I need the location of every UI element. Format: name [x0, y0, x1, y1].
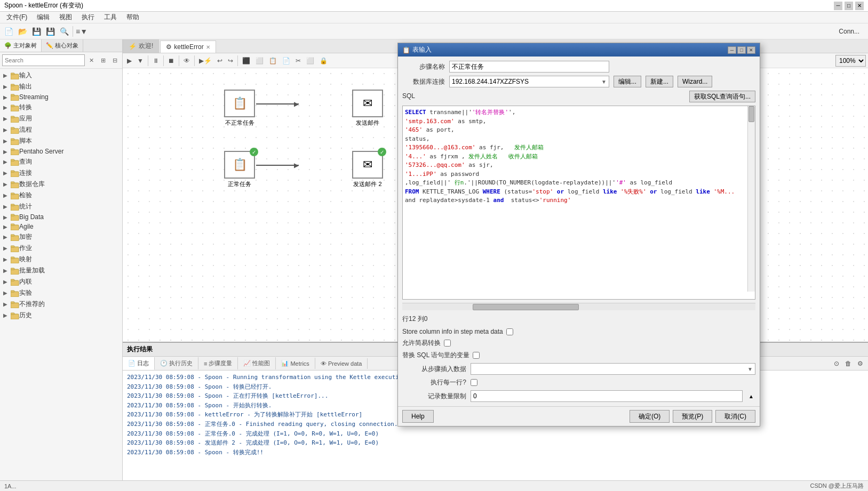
- tree-item-encrypt[interactable]: ▶ 加密: [1, 231, 121, 243]
- search-input[interactable]: [2, 54, 85, 66]
- help-btn[interactable]: Help: [402, 410, 434, 423]
- run-btn[interactable]: ▶: [125, 55, 134, 67]
- allow-simplify-checkbox[interactable]: [444, 340, 451, 347]
- explore-btn[interactable]: 🔍: [58, 25, 70, 38]
- save-all-btn[interactable]: 💾: [44, 25, 57, 38]
- dialog-minimize-btn[interactable]: ─: [728, 46, 736, 54]
- menu-file[interactable]: 文件(F): [2, 12, 31, 23]
- record-limit-input[interactable]: [471, 390, 743, 402]
- maximize-btn[interactable]: □: [845, 2, 853, 10]
- preview-footer-btn[interactable]: 预览(P): [673, 410, 712, 423]
- zoom-select[interactable]: 100%: [835, 55, 866, 67]
- table-input-dialog[interactable]: 📋 表输入 ─ □ ✕ 步骤名称 数据库连接 192.168.244.147XZ…: [397, 43, 760, 426]
- tree-item-script[interactable]: ▶ 脚本: [1, 135, 121, 147]
- copy-btn[interactable]: 📋: [267, 55, 279, 67]
- search-collapse-btn[interactable]: ⊟: [109, 55, 120, 66]
- tree-item-innerlink[interactable]: ▶ 内联: [1, 276, 121, 287]
- replace-sql-checkbox[interactable]: [473, 352, 480, 359]
- search-expand-btn[interactable]: ⊞: [98, 55, 108, 66]
- sql-vscroll[interactable]: [747, 106, 755, 292]
- tab-welcome[interactable]: ⚡ 欢迎!: [123, 39, 159, 53]
- sql-hscroll[interactable]: [402, 303, 755, 310]
- get-sql-btn[interactable]: 获取SQL查询语句...: [689, 91, 755, 102]
- dialog-close-btn[interactable]: ✕: [747, 46, 755, 54]
- step-normal-task[interactable]: 📋 ✓ 正常任务: [224, 151, 255, 188]
- tree-item-bigdata[interactable]: ▶ Big Data: [1, 212, 121, 222]
- tree-item-output[interactable]: ▶ 输出: [1, 81, 121, 92]
- tree-item-transform[interactable]: ▶ 转换: [1, 102, 121, 113]
- pause-btn[interactable]: ⏸: [150, 55, 161, 67]
- preview-btn[interactable]: 👁: [181, 55, 192, 67]
- run-selected-btn[interactable]: ▶⚡: [197, 55, 214, 67]
- exec-tab-step-metrics[interactable]: ≡ 步骤度量: [198, 357, 238, 369]
- ok-btn[interactable]: 确定(O): [630, 410, 670, 423]
- tree-item-streaming[interactable]: ▶ Streaming: [1, 92, 121, 102]
- save-btn[interactable]: 💾: [30, 25, 43, 38]
- align-btn[interactable]: ⬛: [240, 55, 252, 67]
- exec-tab-log[interactable]: 📄 日志: [123, 357, 155, 370]
- step-name-input[interactable]: [449, 61, 609, 73]
- step-box-abnormal[interactable]: 📋: [224, 90, 255, 117]
- execute-each-row-checkbox[interactable]: [471, 379, 477, 386]
- edit-btn[interactable]: 编辑...: [614, 76, 641, 87]
- undo-btn[interactable]: ↩: [215, 55, 225, 67]
- kettle-error-close[interactable]: ✕: [206, 44, 210, 50]
- tree-item-stats[interactable]: ▶ 统计: [1, 201, 121, 212]
- select-all-btn[interactable]: ⬜: [304, 55, 316, 67]
- menu-view[interactable]: 视图: [55, 12, 76, 23]
- log-clear-btn[interactable]: 🗑: [843, 359, 853, 368]
- step-send-email2[interactable]: ✉ ✓ 发送邮件 2: [352, 151, 383, 188]
- tab-main-objects[interactable]: 🌳 主对象树: [0, 39, 42, 52]
- store-column-checkbox[interactable]: [506, 328, 513, 335]
- cancel-btn[interactable]: 取消(C): [715, 410, 755, 423]
- step-box-normal[interactable]: 📋 ✓: [224, 151, 255, 179]
- tree-item-verify[interactable]: ▶ 检验: [1, 190, 121, 201]
- distribute-btn[interactable]: ⬜: [253, 55, 266, 67]
- close-btn[interactable]: ✕: [855, 2, 864, 10]
- new-btn[interactable]: 新建...: [646, 76, 673, 87]
- open-btn[interactable]: 📂: [16, 25, 29, 38]
- record-limit-spinner-up[interactable]: ▲: [747, 393, 755, 399]
- exec-tab-history[interactable]: 🕐 执行历史: [155, 357, 198, 369]
- tree-item-history[interactable]: ▶ 历史: [1, 310, 121, 321]
- dialog-maximize-btn[interactable]: □: [737, 46, 746, 54]
- cut-btn[interactable]: ✂: [293, 55, 303, 67]
- search-clear-btn[interactable]: ✕: [86, 55, 97, 66]
- lock-btn[interactable]: 🔒: [317, 55, 330, 67]
- exec-tab-metrics[interactable]: 📊 Metrics: [276, 358, 315, 369]
- exec-tab-preview[interactable]: 👁 Preview data: [315, 358, 368, 369]
- tree-item-app[interactable]: ▶ 应用: [1, 113, 121, 124]
- tree-item-flow[interactable]: ▶ 流程: [1, 124, 121, 135]
- tree-item-mapping[interactable]: ▶ 映射: [1, 254, 121, 265]
- tree-item-agile[interactable]: ▶ Agile: [1, 222, 121, 231]
- step-box-send-email2[interactable]: ✉ ✓: [352, 151, 383, 179]
- menu-help[interactable]: 帮助: [122, 12, 144, 23]
- tree-item-pentaho[interactable]: ▶ Pentaho Server: [1, 147, 121, 156]
- step-abnormal-task[interactable]: 📋 不正常任务: [224, 90, 255, 127]
- tree-item-connect[interactable]: ▶ 连接: [1, 167, 121, 179]
- tab-core-objects[interactable]: ✏️ 核心对象: [42, 39, 83, 52]
- stop-btn[interactable]: ⏹: [166, 55, 177, 67]
- menu-run[interactable]: 执行: [77, 12, 99, 23]
- db-conn-select[interactable]: 192.168.244.147XZZFSYS ▼: [449, 76, 609, 87]
- new-btn[interactable]: 📄: [2, 25, 15, 38]
- menu-edit[interactable]: 编辑: [33, 12, 54, 23]
- step-box-send-email[interactable]: ✉: [352, 90, 383, 117]
- layers-btn[interactable]: ≡▼: [75, 25, 88, 38]
- wizard-btn[interactable]: Wizard...: [678, 76, 712, 87]
- redo-btn[interactable]: ↪: [226, 55, 235, 67]
- log-settings-btn[interactable]: ⚙: [855, 359, 865, 368]
- minimize-btn[interactable]: ─: [834, 2, 842, 10]
- run-dropdown-btn[interactable]: ▼: [135, 55, 146, 67]
- step-send-email[interactable]: ✉ 发送邮件: [352, 90, 383, 127]
- paste-btn[interactable]: 📄: [280, 55, 292, 67]
- menu-tools[interactable]: 工具: [100, 12, 121, 23]
- tree-item-query[interactable]: ▶ 查询: [1, 156, 121, 167]
- insert-from-step-select[interactable]: ▼: [471, 363, 755, 375]
- tree-item-input[interactable]: ▶ 输入: [1, 70, 121, 81]
- exec-tab-perf-chart[interactable]: 📈 性能图: [238, 357, 276, 369]
- tree-item-deprecated[interactable]: ▶ 不推荐的: [1, 299, 121, 310]
- sql-area[interactable]: SELECT transname||''转名并替换'', 'smtp.163.c…: [402, 106, 755, 300]
- tree-item-job[interactable]: ▶ 作业: [1, 243, 121, 254]
- tree-item-experiment[interactable]: ▶ 实验: [1, 287, 121, 299]
